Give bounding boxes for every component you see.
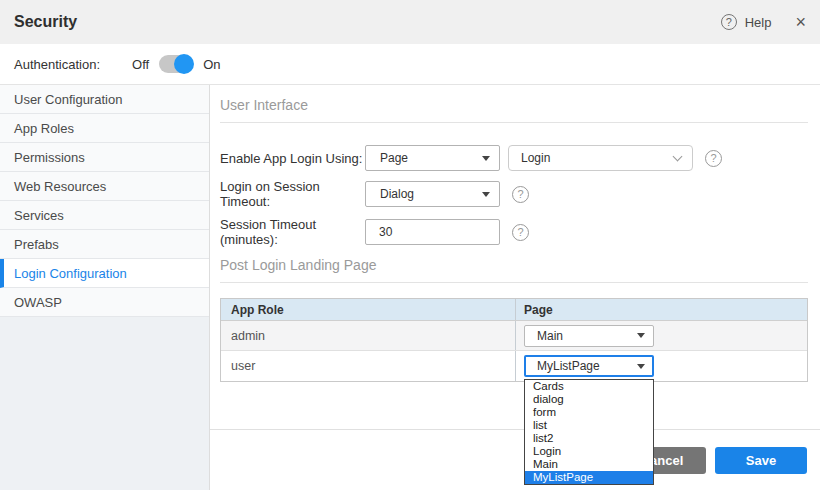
sidebar: User Configuration App Roles Permissions… bbox=[0, 85, 210, 490]
save-button[interactable]: Save bbox=[715, 447, 807, 474]
page-options-dropdown: Cards dialog form list list2 Login Main … bbox=[524, 379, 654, 485]
login-page-select[interactable]: Login bbox=[508, 145, 693, 171]
option-main[interactable]: Main bbox=[525, 458, 653, 471]
table-row-user: user MyListPage Cards dialog form bbox=[221, 351, 807, 381]
app-role-cell: admin bbox=[221, 321, 516, 350]
session-timeout-type-label: Login on Session Timeout: bbox=[220, 179, 365, 209]
caret-down-icon bbox=[482, 192, 490, 197]
user-page-select[interactable]: MyListPage bbox=[524, 355, 654, 377]
toggle-on-label: On bbox=[203, 57, 220, 72]
section-divider bbox=[220, 122, 808, 123]
help-icon[interactable]: ? bbox=[512, 186, 529, 203]
option-mylistpage[interactable]: MyListPage bbox=[525, 471, 653, 484]
column-header-app-role: App Role bbox=[221, 299, 516, 320]
session-timeout-type-value: Dialog bbox=[380, 187, 414, 201]
sidebar-item-owasp[interactable]: OWASP bbox=[0, 288, 209, 317]
authentication-row: Authentication: Off On bbox=[0, 44, 820, 85]
user-page-value: MyListPage bbox=[537, 359, 600, 373]
help-icon[interactable]: ? bbox=[512, 224, 529, 241]
admin-page-select[interactable]: Main bbox=[524, 325, 654, 347]
section-title-post-login: Post Login Landing Page bbox=[220, 257, 808, 273]
chevron-down-icon bbox=[673, 152, 683, 162]
sidebar-item-web-resources[interactable]: Web Resources bbox=[0, 172, 209, 201]
toggle-off-label: Off bbox=[132, 57, 149, 72]
help-icon[interactable]: ? bbox=[705, 150, 722, 167]
authentication-toggle[interactable] bbox=[159, 55, 193, 73]
login-page-value: Login bbox=[521, 151, 550, 165]
session-timeout-minutes-row: Session Timeout (minutes): ? bbox=[220, 219, 808, 245]
help-label: Help bbox=[745, 15, 772, 30]
sidebar-item-prefabs[interactable]: Prefabs bbox=[0, 230, 209, 259]
option-login[interactable]: Login bbox=[525, 445, 653, 458]
sidebar-item-permissions[interactable]: Permissions bbox=[0, 143, 209, 172]
caret-down-icon bbox=[482, 156, 490, 161]
caret-down-icon bbox=[637, 333, 645, 338]
section-divider bbox=[220, 282, 808, 283]
admin-page-value: Main bbox=[537, 329, 563, 343]
footer-actions: Cancel Save bbox=[210, 429, 820, 490]
column-header-page: Page bbox=[516, 299, 807, 320]
session-timeout-type-row: Login on Session Timeout: Dialog ? bbox=[220, 181, 808, 207]
session-timeout-minutes-label: Session Timeout (minutes): bbox=[220, 217, 365, 247]
sidebar-item-app-roles[interactable]: App Roles bbox=[0, 114, 209, 143]
option-form[interactable]: form bbox=[525, 406, 653, 419]
table-header-row: App Role Page bbox=[221, 299, 807, 321]
help-button[interactable]: ? Help bbox=[721, 14, 772, 30]
session-timeout-input[interactable] bbox=[365, 219, 500, 245]
enable-app-login-label: Enable App Login Using: bbox=[220, 151, 365, 166]
enable-app-login-row: Enable App Login Using: Page Login ? bbox=[220, 145, 808, 171]
section-title-user-interface: User Interface bbox=[220, 97, 808, 113]
main-panel: User Interface Enable App Login Using: P… bbox=[210, 85, 820, 490]
session-timeout-type-select[interactable]: Dialog bbox=[365, 181, 500, 207]
security-dialog: Security ? Help × Authentication: Off On… bbox=[0, 0, 820, 490]
option-list2[interactable]: list2 bbox=[525, 432, 653, 445]
option-list[interactable]: list bbox=[525, 419, 653, 432]
sidebar-item-services[interactable]: Services bbox=[0, 201, 209, 230]
app-role-cell: user bbox=[221, 351, 516, 381]
close-icon[interactable]: × bbox=[795, 13, 806, 31]
table-row-admin: admin Main bbox=[221, 321, 807, 351]
post-login-table: App Role Page admin Main user bbox=[220, 298, 808, 382]
dialog-header: Security ? Help × bbox=[0, 0, 820, 44]
login-type-value: Page bbox=[380, 151, 408, 165]
sidebar-item-user-configuration[interactable]: User Configuration bbox=[0, 85, 209, 114]
login-type-select[interactable]: Page bbox=[365, 145, 500, 171]
authentication-label: Authentication: bbox=[14, 57, 100, 72]
help-icon: ? bbox=[721, 14, 737, 30]
sidebar-item-login-configuration[interactable]: Login Configuration bbox=[0, 259, 209, 288]
caret-down-icon bbox=[637, 364, 645, 369]
option-dialog[interactable]: dialog bbox=[525, 393, 653, 406]
toggle-knob bbox=[174, 54, 194, 74]
option-cards[interactable]: Cards bbox=[525, 380, 653, 393]
page-title: Security bbox=[14, 13, 721, 31]
